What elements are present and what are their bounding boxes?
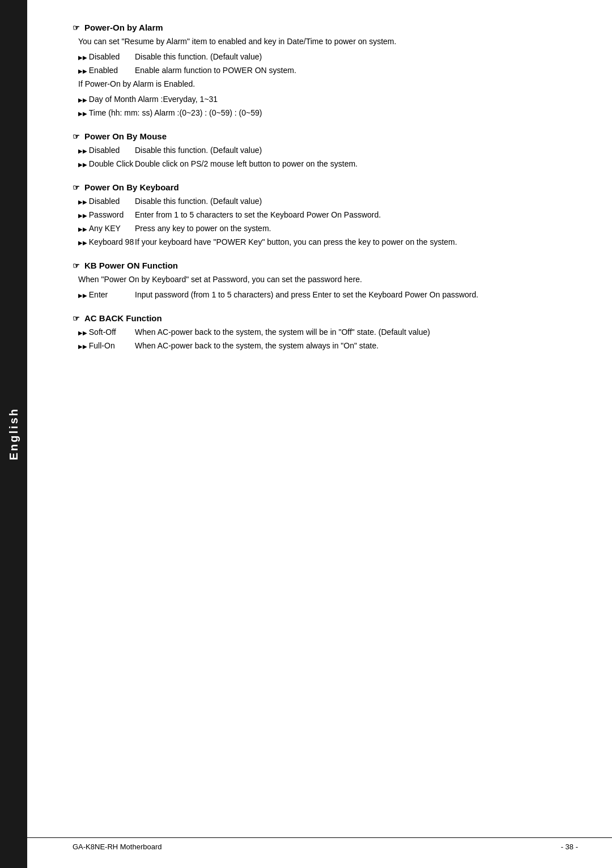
bullet-term-password-keyboard: Password	[78, 209, 135, 221]
bullet-enter-kb: Enter Input password (from 1 to 5 charac…	[78, 289, 578, 301]
section-kb-power-on: ☞ KB Power ON Function When "Power On by…	[73, 261, 578, 301]
bullet-fullon-ac: Full-On When AC-power back to the system…	[78, 340, 578, 352]
bullet-detail-enabled-alarm: Enable alarm function to POWER ON system…	[135, 65, 578, 76]
section-heading-power-on-alarm: Power-On by Alarm	[84, 23, 163, 32]
bullet-password-keyboard: Password Enter from 1 to 5 characters to…	[78, 209, 578, 221]
section-title-power-on-alarm: ☞ Power-On by Alarm	[73, 23, 578, 32]
section-heading-power-on-keyboard: Power On By Keyboard	[84, 182, 179, 192]
bullet-term-day-month: Day of Month Alarm :	[78, 93, 163, 105]
bullet-term-enter-kb: Enter	[78, 289, 135, 301]
bullet-detail-disabled-keyboard: Disable this function. (Default value)	[135, 195, 578, 207]
section-ac-back: ☞ AC BACK Function Soft-Off When AC-powe…	[73, 313, 578, 352]
bullet-enabled-alarm: Enabled Enable alarm function to POWER O…	[78, 65, 578, 76]
bullet-day-of-month: Day of Month Alarm : Everyday, 1~31	[78, 93, 578, 105]
section-body-power-on-mouse: Disabled Disable this function. (Default…	[73, 144, 578, 170]
bullet-detail-password-keyboard: Enter from 1 to 5 characters to set the …	[135, 209, 578, 221]
section-body-kb-power-on: When "Power On by Keyboard" set at Passw…	[73, 274, 578, 301]
section-body-power-on-keyboard: Disabled Disable this function. (Default…	[73, 195, 578, 248]
bullet-term-enabled-alarm: Enabled	[78, 65, 135, 76]
section-icon-ac-back: ☞	[73, 314, 80, 323]
bullet-detail-anykey-keyboard: Press any key to power on the system.	[135, 223, 578, 235]
section-power-on-alarm: ☞ Power-On by Alarm You can set "Resume …	[73, 23, 578, 119]
bullet-detail-disabled-mouse: Disable this function. (Default value)	[135, 144, 578, 156]
bullet-term-disabled-mouse: Disabled	[78, 144, 135, 156]
bullet-detail-disabled-alarm: Disable this function. (Default value)	[135, 51, 578, 63]
section-desc-kb-power-on: When "Power On by Keyboard" set at Passw…	[78, 274, 578, 286]
bullet-detail-day-month: Everyday, 1~31	[163, 93, 579, 105]
section-heading-ac-back: AC BACK Function	[84, 313, 162, 323]
footer-left: GA-K8NE-RH Motherboard	[73, 843, 162, 851]
bullet-time-alarm: Time (hh: mm: ss) Alarm : (0~23) : (0~59…	[78, 107, 578, 119]
section-power-on-mouse: ☞ Power On By Mouse Disabled Disable thi…	[73, 131, 578, 170]
bullet-detail-enter-kb: Input password (from 1 to 5 characters) …	[135, 289, 578, 301]
bullet-term-double-click: Double Click	[78, 158, 135, 170]
main-content: ☞ Power-On by Alarm You can set "Resume …	[27, 0, 612, 868]
section-icon-power-on-alarm: ☞	[73, 23, 80, 32]
footer-right: - 38 -	[561, 843, 578, 851]
bullet-disabled-alarm: Disabled Disable this function. (Default…	[78, 51, 578, 63]
bullet-term-fullon-ac: Full-On	[78, 340, 135, 352]
bullet-detail-time-alarm: (0~23) : (0~59) : (0~59)	[180, 107, 579, 119]
section-desc-power-on-alarm: You can set "Resume by Alarm" item to en…	[78, 36, 578, 48]
section-title-ac-back: ☞ AC BACK Function	[73, 313, 578, 323]
bullet-detail-kb98-keyboard: If your keyboard have "POWER Key" button…	[135, 236, 578, 248]
section-icon-power-on-keyboard: ☞	[73, 183, 80, 192]
bullet-disabled-mouse: Disabled Disable this function. (Default…	[78, 144, 578, 156]
section-heading-power-on-mouse: Power On By Mouse	[84, 131, 167, 141]
bullet-term-softoff-ac: Soft-Off	[78, 326, 135, 338]
bullet-softoff-ac: Soft-Off When AC-power back to the syste…	[78, 326, 578, 338]
section-body-ac-back: Soft-Off When AC-power back to the syste…	[73, 326, 578, 352]
bullet-term-kb98-keyboard: Keyboard 98	[78, 236, 135, 248]
footer: GA-K8NE-RH Motherboard - 38 -	[27, 837, 612, 851]
bullet-kb98-keyboard: Keyboard 98 If your keyboard have "POWER…	[78, 236, 578, 248]
section-heading-kb-power-on: KB Power ON Function	[84, 261, 178, 270]
section-power-on-keyboard: ☞ Power On By Keyboard Disabled Disable …	[73, 182, 578, 248]
bullet-disabled-keyboard: Disabled Disable this function. (Default…	[78, 195, 578, 207]
alarm-if-enabled-text: If Power-On by Alarm is Enabled.	[78, 78, 578, 90]
section-icon-power-on-mouse: ☞	[73, 132, 80, 141]
bullet-term-time-alarm: Time (hh: mm: ss) Alarm :	[78, 107, 180, 119]
bullet-detail-fullon-ac: When AC-power back to the system, the sy…	[135, 340, 578, 352]
bullet-term-disabled-alarm: Disabled	[78, 51, 135, 63]
section-icon-kb-power-on: ☞	[73, 261, 80, 270]
section-title-power-on-mouse: ☞ Power On By Mouse	[73, 131, 578, 141]
bullet-double-click-mouse: Double Click Double click on PS/2 mouse …	[78, 158, 578, 170]
section-title-power-on-keyboard: ☞ Power On By Keyboard	[73, 182, 578, 192]
sidebar-label: English	[7, 407, 20, 460]
bullet-term-disabled-keyboard: Disabled	[78, 195, 135, 207]
bullet-detail-double-click: Double click on PS/2 mouse left button t…	[135, 158, 578, 170]
bullet-anykey-keyboard: Any KEY Press any key to power on the sy…	[78, 223, 578, 235]
sidebar: English	[0, 0, 27, 868]
bullet-term-anykey-keyboard: Any KEY	[78, 223, 135, 235]
section-title-kb-power-on: ☞ KB Power ON Function	[73, 261, 578, 270]
section-body-power-on-alarm: You can set "Resume by Alarm" item to en…	[73, 36, 578, 119]
bullet-detail-softoff-ac: When AC-power back to the system, the sy…	[135, 326, 578, 338]
